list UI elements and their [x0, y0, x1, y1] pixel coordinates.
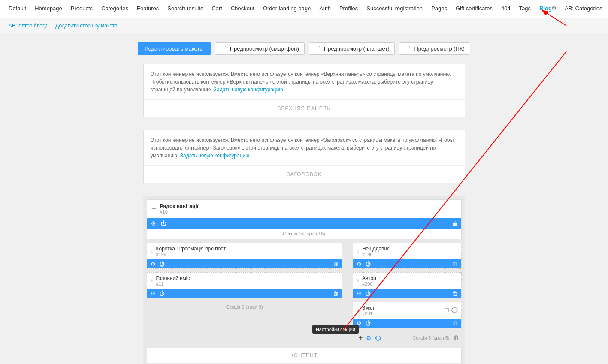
- row-block-navigation: ✛ Рядок навігації #10 ⚙ ⏻ 🗑 Секція 16 (s…: [147, 199, 462, 239]
- settings-tooltip: Настройки секции: [312, 325, 359, 334]
- widget-recent-id: #198: [362, 252, 390, 257]
- nav-categories[interactable]: Categories: [97, 0, 133, 18]
- nav-blog-label: Blog: [539, 5, 552, 12]
- widget-drag-icon2: ⠿: [151, 279, 154, 283]
- preview-smartphone-checkbox[interactable]: [221, 46, 226, 51]
- widget-settings-icon2[interactable]: ⚙: [151, 290, 156, 297]
- widget-recent-header: ⠿ Нещодавнє #198: [353, 243, 461, 259]
- widget-main-content: ⠿ Головний вміст #11 ⚙ ⏻ 🗑: [147, 272, 342, 298]
- move-icon[interactable]: ✛: [151, 205, 157, 212]
- preview-pc-button[interactable]: Предпросмотр (ПК): [399, 42, 470, 55]
- widget-contents-id: #201: [362, 311, 375, 316]
- trash-icon[interactable]: 🗑: [452, 220, 458, 227]
- row-actions: ⚙ ⏻ 🗑: [147, 218, 461, 229]
- widget-contents-header: ⠿ Зміст #201 ☐ 💬: [353, 302, 461, 319]
- widget-author-title: Автор: [362, 275, 376, 281]
- sec-nav-ab-author[interactable]: AB: Автор блогу: [4, 23, 51, 29]
- widget-extra-icons: ☐ 💬: [445, 307, 458, 313]
- add-section-icon[interactable]: +: [359, 334, 363, 342]
- widget-author: ⠿ Автор #200 ⚙ ⏻ 🗑: [353, 272, 462, 298]
- row-id: #10: [160, 209, 199, 214]
- edit-layouts-button[interactable]: Редактировать макеты: [138, 42, 211, 55]
- layout-editor: ✛ Рядок навігації #10 ⚙ ⏻ 🗑 Секція 16 (s…: [143, 196, 465, 364]
- nav-search-results[interactable]: Search results: [163, 0, 207, 18]
- nav-404[interactable]: 404: [497, 0, 515, 18]
- widget-drag-icon3: ⠿: [357, 249, 360, 254]
- gear-icon[interactable]: ⚙: [552, 6, 556, 11]
- widget-trash-icon[interactable]: 🗑: [333, 261, 339, 267]
- preview-tablet-checkbox[interactable]: [315, 46, 320, 51]
- container1-label: ВЕРХНЯЯ ПАНЕЛЬ: [144, 100, 465, 117]
- nav-gift-certificates[interactable]: Gift certificates: [451, 0, 497, 18]
- widget-drag-icon: ⠿: [151, 249, 154, 254]
- container1-notice: Этот контейнер не используется. Вместо н…: [144, 64, 465, 100]
- power-icon[interactable]: ⏻: [160, 220, 166, 227]
- widget-trash-icon3[interactable]: 🗑: [452, 261, 458, 267]
- widget-main-content-header: ⠿ Головний вміст #11: [147, 273, 342, 289]
- widget-power-icon4[interactable]: ⏻: [365, 290, 371, 297]
- widget-drag-icon4: ⠿: [357, 279, 360, 283]
- preview-pc-checkbox[interactable]: [405, 46, 410, 51]
- widget-recent: ⠿ Нещодавнє #198 ⚙ ⏻ 🗑: [353, 243, 462, 269]
- content-label: КОНТЕНТ: [147, 348, 462, 363]
- section-power-icon[interactable]: ⏻: [375, 334, 381, 341]
- widget-trash-icon4[interactable]: 🗑: [452, 290, 458, 297]
- nav-homepage[interactable]: Homepage: [30, 0, 67, 18]
- widget-main-content-id: #11: [156, 281, 192, 286]
- container-top-panel: Этот контейнер не используется. Вместо н…: [143, 64, 465, 117]
- widget-recent-actions: ⚙ ⏻ 🗑: [353, 259, 461, 268]
- section5-label: Секція 5 (span 5): [412, 335, 449, 340]
- section-actions-bar: Настройки секции + ⚙ ⏻ Секція 5 (span 5)…: [353, 331, 462, 344]
- section9-label: Секція 9 (span 9): [147, 302, 342, 312]
- container2-label: ЗАГОЛОВОК: [144, 166, 465, 183]
- widget-contents-title: Зміст: [362, 305, 375, 311]
- section-settings-icon[interactable]: ⚙: [366, 334, 372, 341]
- container2-link[interactable]: Задать новую конфигурацию: [180, 153, 250, 159]
- widget-settings-icon[interactable]: ⚙: [151, 261, 156, 267]
- nav-auth[interactable]: Auth: [315, 0, 335, 18]
- sec-nav-add-page[interactable]: Додавити сторінку макета...: [51, 23, 126, 29]
- nav-order-landing[interactable]: Order landing page: [259, 0, 315, 18]
- container2-notice: Этот контейнер не используется. Вместо н…: [144, 130, 465, 166]
- nav-ab-categories[interactable]: AB: Categories: [560, 0, 606, 18]
- preview-pc-label: Предпросмотр (ПК): [414, 45, 464, 52]
- nav-cart[interactable]: Cart: [207, 0, 227, 18]
- nav-profiles[interactable]: Profiles: [335, 0, 362, 18]
- nav-successful-registration[interactable]: Successful registration: [362, 0, 427, 18]
- nav-blog[interactable]: Blog ⚙: [535, 0, 560, 18]
- section16-label: Секція 16 (span 16): [147, 229, 461, 239]
- widget-power-icon2[interactable]: ⏻: [159, 290, 165, 297]
- row-header: ✛ Рядок навігації #10: [147, 200, 461, 218]
- widget-power-icon3[interactable]: ⏻: [365, 261, 371, 267]
- nav-features[interactable]: Features: [133, 0, 163, 18]
- widget-drag-icon5: ⠿: [357, 308, 360, 313]
- nav-pages[interactable]: Pages: [427, 0, 451, 18]
- widget-main-content-title: Головний вміст: [156, 275, 192, 281]
- section-trash-icon[interactable]: 🗑: [453, 334, 459, 341]
- settings-icon[interactable]: ⚙: [151, 220, 156, 227]
- widget-contents: ⠿ Зміст #201 ☐ 💬 ⚙ ⏻ 🗑: [353, 302, 462, 328]
- nav-tags[interactable]: Tags: [515, 0, 535, 18]
- nav-checkout[interactable]: Checkout: [227, 0, 259, 18]
- preview-tablet-button[interactable]: Предпросмотр (планшет): [309, 42, 395, 55]
- widget-short-info-actions: ⚙ ⏻ 🗑: [147, 259, 342, 268]
- widget-settings-icon4[interactable]: ⚙: [357, 290, 362, 297]
- widget-trash-icon2[interactable]: 🗑: [333, 290, 339, 297]
- preview-smartphone-button[interactable]: Предпросмотр (смартфон): [215, 42, 305, 55]
- main-area: Редактировать макеты Предпросмотр (смарт…: [0, 33, 608, 364]
- widget-trash-icon5[interactable]: 🗑: [452, 320, 458, 326]
- widget-main-content-actions: ⚙ ⏻ 🗑: [147, 289, 342, 298]
- widget-power-icon[interactable]: ⏻: [159, 261, 165, 267]
- row-title: Рядок навігації: [160, 203, 199, 209]
- comment-icon: 💬: [451, 307, 458, 313]
- section5-container: Настройки секции + ⚙ ⏻ Секція 5 (span 5)…: [353, 331, 462, 344]
- widget-short-info-title: Коротка інформація про пост: [156, 246, 226, 252]
- preview-tablet-label: Предпросмотр (планшет): [324, 45, 390, 52]
- widget-settings-icon3[interactable]: ⚙: [357, 261, 362, 267]
- nav-default[interactable]: Default: [4, 0, 30, 18]
- window-icon: ☐: [445, 307, 449, 313]
- widget-power-icon5[interactable]: ⏻: [365, 320, 371, 326]
- container1-link[interactable]: Задать новую конфигурацию: [214, 87, 283, 93]
- nav-products[interactable]: Products: [67, 0, 97, 18]
- widget-recent-title: Нещодавнє: [362, 246, 390, 252]
